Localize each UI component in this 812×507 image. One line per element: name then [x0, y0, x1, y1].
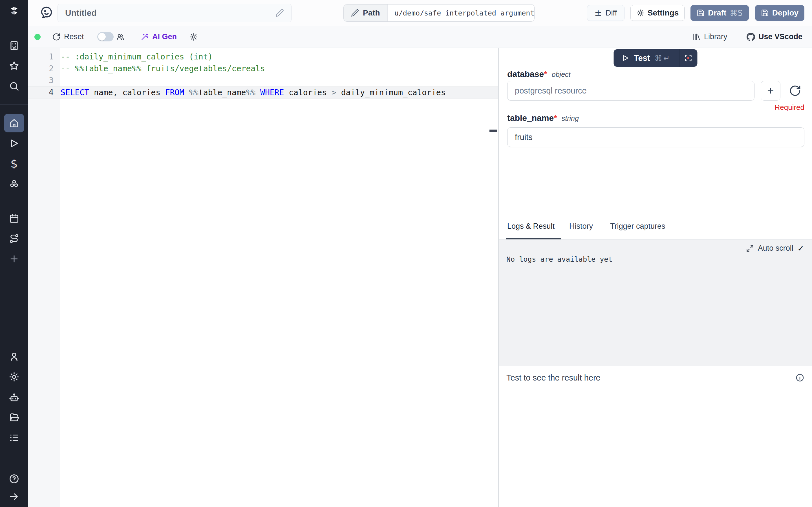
topbar: Untitled Path u/demo/safe_interpolated_a… — [28, 0, 812, 26]
tab-trigger-captures[interactable]: Trigger captures — [610, 213, 665, 239]
add-icon[interactable] — [8, 253, 20, 265]
table-name-input[interactable] — [507, 127, 804, 147]
draft-label: Draft — [708, 8, 726, 17]
diff-icon: ± — [594, 8, 602, 17]
tab-logs-result[interactable]: Logs & Result — [507, 213, 555, 239]
script-title: Untitled — [65, 8, 275, 18]
editor-settings-button[interactable] — [190, 26, 198, 48]
deploy-button[interactable]: Deploy — [755, 5, 804, 21]
script-title-input[interactable]: Untitled — [57, 4, 292, 22]
windmill-logo[interactable] — [8, 5, 20, 16]
test-button[interactable]: Test ⌘↵ — [613, 49, 679, 67]
settings-label: Settings — [648, 8, 679, 17]
logs-panel: Auto scroll ✓ No logs are available yet — [499, 239, 812, 366]
toggle-knob — [98, 33, 106, 41]
runs-icon[interactable] — [8, 138, 20, 149]
app-root: $ Untitled Path u/demo/safe_interpolated… — [0, 0, 812, 507]
test-shortcut: ⌘↵ — [654, 54, 671, 62]
reset-button[interactable]: Reset — [52, 26, 84, 48]
save-icon — [761, 9, 769, 17]
variables-icon[interactable]: $ — [8, 158, 20, 169]
tab-history[interactable]: History — [569, 213, 593, 239]
expand-sidebar-icon[interactable] — [8, 491, 20, 502]
editor-toolbar: Reset AI Gen Library Use VScode — [28, 26, 812, 48]
field-name: database — [507, 69, 544, 78]
settings-gear-icon — [637, 9, 644, 17]
result-hint: Test to see the result here — [506, 373, 601, 383]
library-label: Library — [704, 33, 727, 41]
editor-gutter — [28, 48, 60, 507]
folders-icon[interactable] — [8, 412, 20, 423]
code-line-2[interactable]: -- %%table_name%% fruits/vegetables/cere… — [28, 63, 498, 75]
audit-logs-icon[interactable] — [8, 432, 20, 443]
code-line-4[interactable]: SELECT name, calories FROM %%table_name%… — [28, 87, 498, 99]
path-label-section[interactable]: Path — [344, 4, 388, 21]
field-type: string — [562, 114, 579, 122]
home-icon[interactable] — [8, 117, 20, 129]
empty-logs-message: No logs are available yet — [506, 255, 612, 263]
diff-button[interactable]: ± Diff — [587, 5, 624, 21]
gutter-line-numbers: 1234 — [28, 51, 54, 99]
schedules-icon[interactable] — [8, 213, 20, 224]
field-name: table_name — [507, 113, 554, 122]
play-icon — [621, 54, 629, 62]
gear-icon — [190, 33, 198, 41]
workers-robot-icon[interactable] — [8, 392, 20, 403]
diff-label: Diff — [605, 8, 617, 17]
user-icon[interactable] — [8, 351, 20, 362]
flows-icon[interactable] — [8, 233, 20, 244]
deploy-label: Deploy — [772, 8, 799, 17]
path-value: u/demo/safe_interpolated_arguments — [388, 4, 535, 21]
settings-gear-icon[interactable] — [8, 371, 20, 383]
result-tabs: Logs & Result History Trigger captures — [499, 213, 812, 239]
library-button[interactable]: Library — [692, 26, 727, 48]
required-asterisk: * — [554, 113, 557, 122]
capture-frame-icon — [684, 54, 693, 62]
reset-label: Reset — [64, 33, 84, 41]
ai-gen-button[interactable]: AI Gen — [140, 26, 177, 48]
workspace-icon[interactable] — [8, 40, 20, 51]
required-asterisk: * — [544, 69, 547, 78]
search-icon[interactable] — [8, 80, 20, 92]
maximize-icon — [746, 244, 754, 252]
code-lines[interactable]: -- :daily_minimum_calories (int)-- %%tab… — [28, 51, 498, 99]
database-input[interactable] — [507, 81, 755, 101]
users-icon — [116, 33, 124, 41]
path-editor[interactable]: Path u/demo/safe_interpolated_arguments — [343, 4, 535, 22]
preview-panel: Test ⌘↵ database* object + Required tabl… — [499, 48, 812, 507]
favorites-star-icon[interactable] — [8, 60, 20, 71]
use-vscode-label: Use VScode — [758, 33, 802, 41]
edit-title-pencil-icon[interactable] — [275, 9, 284, 17]
field-label-table-name: table_name* string — [507, 113, 579, 123]
status-dot — [35, 34, 41, 40]
field-label-database: database* object — [507, 69, 570, 79]
postgresql-icon — [39, 5, 54, 21]
capture-test-button[interactable] — [679, 49, 697, 67]
save-icon — [697, 9, 705, 17]
test-label: Test — [634, 54, 650, 63]
overview-ruler-cursor-marker — [490, 129, 497, 132]
draft-button[interactable]: Draft ⌘S — [691, 5, 749, 21]
code-editor[interactable]: -- :daily_minimum_calories (int)-- %%tab… — [28, 48, 498, 507]
code-line-1[interactable]: -- :daily_minimum_calories (int) — [28, 51, 498, 63]
code-line-3[interactable] — [28, 75, 498, 87]
result-panel: Test to see the result here — [499, 367, 812, 507]
edit-path-pencil-icon — [351, 9, 359, 17]
refresh-resource-icon[interactable] — [789, 84, 801, 97]
auto-scroll-toggle[interactable]: Auto scroll ✓ — [746, 243, 804, 253]
check-icon: ✓ — [797, 243, 804, 253]
auto-scroll-label: Auto scroll — [758, 244, 794, 252]
resources-icon[interactable] — [8, 178, 20, 189]
settings-button[interactable]: Settings — [630, 5, 684, 21]
multiplayer-toggle[interactable] — [97, 32, 114, 41]
help-icon[interactable] — [8, 473, 20, 485]
info-icon[interactable] — [795, 373, 804, 382]
refresh-icon — [52, 33, 61, 41]
add-resource-button[interactable]: + — [761, 81, 780, 101]
multiplayer-users-icon[interactable] — [116, 26, 124, 48]
library-icon — [692, 33, 701, 41]
path-label: Path — [363, 8, 380, 17]
use-vscode-button[interactable]: Use VScode — [747, 26, 802, 48]
test-button-group: Test ⌘↵ — [613, 49, 697, 67]
ai-gen-label: AI Gen — [152, 33, 177, 41]
